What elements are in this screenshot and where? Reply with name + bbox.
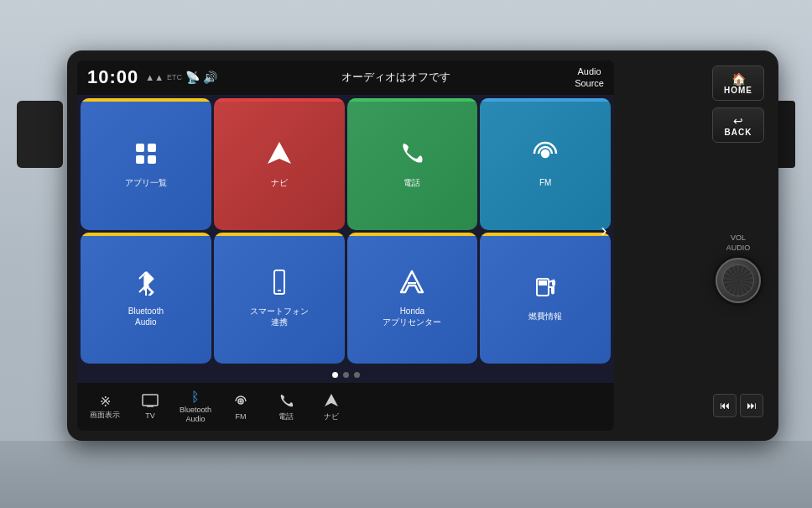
main-screen: 10:00 ▲▲ ETC 📡 🔊 オーディオはオフです Audio Source — [77, 60, 614, 431]
dot-3[interactable] — [354, 372, 360, 378]
smartphone-label: スマートフォン 連携 — [250, 306, 309, 327]
audio-off-text: オーディオはオフです — [341, 70, 450, 85]
svg-point-19 — [240, 401, 242, 402]
tv-label: TV — [145, 411, 155, 421]
tile-navi[interactable]: ナビ — [214, 98, 345, 230]
left-vent — [17, 101, 63, 168]
screen-label: 画面表示 — [90, 411, 120, 420]
honda-icon — [398, 269, 425, 302]
tile-honda[interactable]: Honda アプリセンター — [347, 233, 478, 364]
audio-source-btn[interactable]: Audio Source — [575, 65, 604, 90]
prev-button[interactable]: ⏮ — [713, 394, 737, 417]
fuel-label: 燃費情報 — [528, 311, 562, 322]
volume-icon: 🔊 — [203, 71, 217, 84]
vol-knob-area: VOL AUDIO — [716, 149, 761, 387]
navi-label: ナビ — [271, 177, 288, 188]
phone-nav-icon — [278, 393, 294, 411]
car-dashboard: 10:00 ▲▲ ETC 📡 🔊 オーディオはオフです Audio Source — [0, 0, 812, 508]
back-icon: ↩ — [733, 114, 743, 128]
dot-1[interactable] — [332, 372, 338, 378]
tile-fuel[interactable]: 燃費情報 — [480, 233, 611, 364]
vol-label: VOL AUDIO — [726, 233, 751, 253]
unit-housing: 10:00 ▲▲ ETC 📡 🔊 オーディオはオフです Audio Source — [67, 50, 778, 441]
vol-knob[interactable] — [716, 258, 761, 303]
tile-fm[interactable]: FM — [480, 98, 611, 230]
wifi-icon: 📡 — [185, 71, 200, 84]
nav-phone[interactable]: 電話 — [265, 390, 307, 424]
fm-nav-icon — [232, 393, 249, 411]
nav-fm[interactable]: FM — [220, 390, 262, 424]
tile-accent — [214, 98, 345, 102]
home-label: HOME — [724, 86, 752, 95]
home-button[interactable]: 🏠 HOME — [712, 65, 764, 101]
navi-nav-icon — [324, 393, 339, 411]
back-button[interactable]: ↩ BACK — [712, 107, 764, 143]
tile-accent — [214, 233, 345, 236]
tile-accent — [480, 98, 611, 102]
tile-phone[interactable]: 電話 — [347, 98, 478, 230]
navi-nav-label: ナビ — [324, 412, 339, 422]
svg-marker-11 — [401, 271, 423, 292]
nav-screen[interactable]: ※ 画面表示 — [84, 391, 126, 422]
knob-inner — [722, 264, 754, 296]
screen-icon: ※ — [100, 394, 111, 410]
phone-icon — [398, 140, 425, 174]
bluetooth-label: Bluetooth Audio — [128, 306, 164, 327]
phone-label: 電話 — [403, 177, 420, 188]
tile-accent — [347, 233, 478, 236]
status-bar: 10:00 ▲▲ ETC 📡 🔊 オーディオはオフです Audio Source — [77, 60, 614, 95]
home-icon: 🏠 — [731, 72, 746, 86]
audio-status: オーディオはオフです — [341, 70, 450, 85]
applist-icon — [133, 140, 159, 174]
status-icons: ▲▲ ETC 📡 🔊 — [145, 71, 217, 84]
svg-rect-3 — [148, 155, 156, 164]
time-display: 10:00 — [87, 66, 138, 88]
next-page-arrow[interactable]: › — [592, 210, 614, 252]
applist-label: アプリ一覧 — [125, 177, 167, 188]
bluetooth-icon: ᛒ — [133, 269, 159, 302]
phone-nav-label: 電話 — [278, 412, 294, 422]
next-button[interactable]: ⏭ — [740, 394, 763, 417]
page-dots — [77, 367, 614, 383]
tv-icon — [142, 394, 159, 411]
svg-rect-16 — [143, 395, 158, 406]
nav-tv[interactable]: TV — [129, 391, 171, 423]
nav-bluetooth-audio[interactable]: ᛒ Bluetooth Audio — [174, 387, 216, 427]
dot-2[interactable] — [343, 372, 349, 378]
status-left: 10:00 ▲▲ ETC 📡 🔊 — [87, 66, 217, 88]
nav-navi[interactable]: ナビ — [310, 390, 352, 424]
fm-label: FM — [539, 177, 551, 188]
tile-accent — [81, 98, 211, 102]
navi-icon — [266, 140, 293, 174]
etc-label: ETC — [167, 73, 182, 81]
bottom-nav-bar: ※ 画面表示 TV ᛒ Blue — [77, 383, 614, 431]
tile-accent — [347, 98, 478, 102]
svg-rect-1 — [148, 144, 156, 152]
tile-applist[interactable]: アプリ一覧 — [81, 98, 211, 230]
bt-nav-label: Bluetooth Audio — [180, 406, 211, 424]
tile-bluetooth[interactable]: ᛒ Bluetooth Audio — [81, 233, 211, 364]
smartphone-icon — [266, 269, 293, 302]
svg-text:ᛒ: ᛒ — [141, 274, 151, 292]
app-grid: アプリ一覧 ナビ — [77, 95, 614, 368]
svg-point-6 — [544, 152, 547, 154]
svg-rect-14 — [539, 280, 547, 285]
audio-source-label: Audio Source — [575, 66, 604, 88]
fm-icon — [532, 140, 559, 174]
transport-controls: ⏮ ⏭ — [713, 394, 763, 417]
svg-marker-20 — [325, 394, 338, 406]
svg-marker-4 — [268, 142, 291, 164]
svg-rect-15 — [552, 280, 555, 285]
fm-nav-label: FM — [236, 412, 247, 422]
main-content: アプリ一覧 ナビ — [77, 95, 614, 431]
svg-rect-2 — [136, 155, 144, 164]
back-label: BACK — [725, 128, 752, 137]
tile-smartphone[interactable]: スマートフォン 連携 — [214, 233, 345, 364]
svg-rect-0 — [136, 144, 144, 152]
signal-icon: ▲▲ — [145, 72, 164, 82]
right-control-panel: 🏠 HOME ↩ BACK VOL AUDIO ⏮ ⏭ — [708, 60, 768, 431]
tile-accent — [81, 233, 211, 236]
fuel-icon — [532, 274, 559, 307]
honda-label: Honda アプリセンター — [383, 306, 441, 327]
bt-nav-icon: ᛒ — [191, 390, 200, 405]
